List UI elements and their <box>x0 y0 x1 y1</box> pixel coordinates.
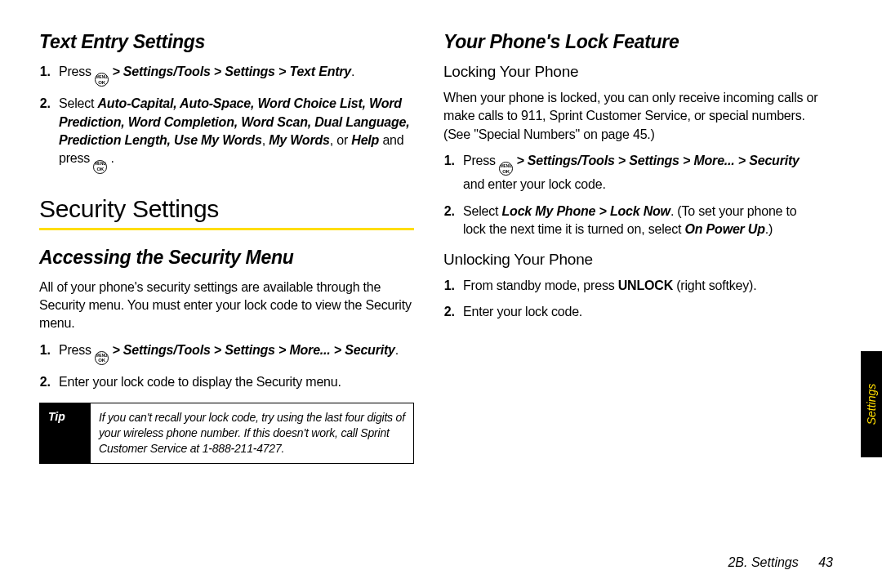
page-footer: 2B. Settings 43 <box>728 555 833 570</box>
section-side-tab: Settings <box>861 351 882 457</box>
section-divider <box>39 228 414 230</box>
menu-ok-icon: MENUOK <box>93 160 107 174</box>
text-entry-steps: Press MENUOK > Settings/Tools > Settings… <box>39 63 414 174</box>
accessing-security-heading: Accessing the Security Menu <box>39 247 414 269</box>
accessing-steps: Press MENUOK > Settings/Tools > Settings… <box>39 341 414 392</box>
side-tab-label: Settings <box>865 384 878 425</box>
footer-page-number: 43 <box>818 555 833 569</box>
tip-box: Tip If you can't recall your lock code, … <box>39 403 414 464</box>
locking-step-1: Press MENUOK > Settings/Tools > Settings… <box>458 152 818 194</box>
menu-ok-icon: MENUOK <box>95 351 109 365</box>
accessing-security-body: All of your phone's security settings ar… <box>39 278 414 333</box>
locking-phone-body: When your phone is locked, you can only … <box>443 89 818 144</box>
unlocking-steps: From standby mode, press UNLOCK (right s… <box>443 277 818 322</box>
locking-phone-heading: Locking Your Phone <box>443 63 818 81</box>
locking-steps: Press MENUOK > Settings/Tools > Settings… <box>443 152 818 238</box>
unlocking-phone-heading: Unlocking Your Phone <box>443 251 818 269</box>
tip-body: If you can't recall your lock code, try … <box>91 403 413 463</box>
menu-ok-icon: MENUOK <box>95 73 109 87</box>
right-column: Your Phone's Lock Feature Locking Your P… <box>443 31 818 464</box>
tip-label: Tip <box>40 403 91 463</box>
lock-feature-heading: Your Phone's Lock Feature <box>443 31 818 53</box>
text-entry-step-2: Select Auto-Capital, Auto-Space, Word Ch… <box>54 95 414 173</box>
security-settings-heading: Security Settings <box>39 195 414 226</box>
text-entry-heading: Text Entry Settings <box>39 31 414 53</box>
unlocking-step-2: Enter your lock code. <box>458 303 818 321</box>
left-column: Text Entry Settings Press MENUOK > Setti… <box>39 31 414 464</box>
unlocking-step-1: From standby mode, press UNLOCK (right s… <box>458 277 818 295</box>
accessing-step-1: Press MENUOK > Settings/Tools > Settings… <box>54 341 414 365</box>
menu-ok-icon: MENUOK <box>499 162 513 176</box>
text-entry-step-1: Press MENUOK > Settings/Tools > Settings… <box>54 63 414 87</box>
accessing-step-2: Enter your lock code to display the Secu… <box>54 373 414 391</box>
footer-section: 2B. Settings <box>728 555 798 569</box>
locking-step-2: Select Lock My Phone > Lock Now. (To set… <box>458 203 818 239</box>
